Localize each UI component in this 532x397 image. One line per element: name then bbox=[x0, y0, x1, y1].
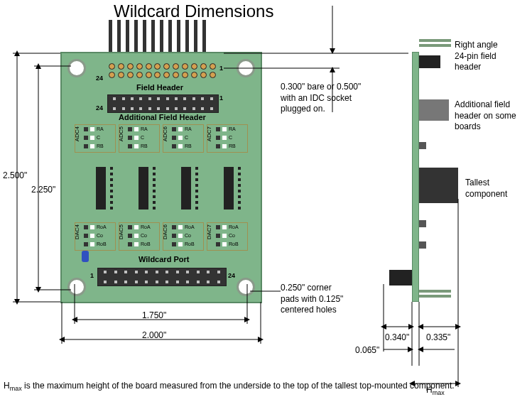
dim-width-inner: 1.750" bbox=[142, 310, 166, 320]
dim-height-inner: 2.250" bbox=[31, 185, 55, 195]
dip-chip bbox=[96, 167, 106, 210]
dac-group: DAC5RoACoRoB bbox=[119, 222, 160, 251]
side-small-comp bbox=[419, 241, 426, 249]
pin-label: 1 bbox=[219, 65, 223, 72]
side-bottom-header bbox=[389, 270, 412, 285]
pcb-top-view: 24 1 Field Header 24 1 Additional Field … bbox=[60, 52, 262, 303]
mounting-hole bbox=[237, 278, 255, 296]
callout-corner-pads: 0.250" corner pads with 0.125" centered … bbox=[281, 283, 343, 316]
mounting-hole bbox=[237, 59, 255, 77]
dim-side-back: 0.335" bbox=[426, 332, 450, 342]
dac-group: DAC6RoACoRoB bbox=[163, 222, 204, 251]
dac-row: DAC4RoACoRoBDAC5RoACoRoBDAC6RoACoRoBDAC7… bbox=[75, 222, 248, 251]
dim-side-board: 0.065" bbox=[355, 345, 379, 355]
pin-label: 24 bbox=[228, 272, 235, 279]
side-small-comp bbox=[419, 220, 426, 227]
adc-group: ADC7RACRB bbox=[207, 124, 248, 153]
dac-group: DAC7RoACoRoB bbox=[207, 222, 248, 251]
field-header-pins bbox=[109, 20, 206, 54]
wildcard-port-label: Wildcard Port bbox=[139, 255, 189, 263]
adc-group: ADC4RACRB bbox=[75, 124, 116, 153]
pin-label: 24 bbox=[96, 104, 103, 112]
callout-bare-socket: 0.300" bare or 0.500" with an IDC socket… bbox=[281, 82, 361, 115]
field-header-label: Field Header bbox=[136, 83, 183, 92]
mounting-hole bbox=[67, 278, 86, 296]
side-small-comp bbox=[419, 142, 426, 149]
addl-field-header-block bbox=[107, 94, 219, 113]
dim-width-outer: 2.000" bbox=[142, 330, 166, 340]
side-pin bbox=[419, 290, 451, 293]
dim-side-front: 0.340" bbox=[385, 332, 409, 342]
pin-label: 1 bbox=[219, 94, 223, 102]
callout-addl-field: Additional field header on some boards bbox=[455, 99, 516, 133]
field-header-block bbox=[107, 63, 217, 83]
dip-chip bbox=[224, 167, 234, 210]
pin-label: 1 bbox=[90, 272, 94, 279]
dip-chip bbox=[139, 167, 148, 210]
side-pin bbox=[419, 39, 451, 42]
side-pin bbox=[419, 44, 451, 47]
capacitor bbox=[82, 251, 89, 262]
pcb-side-view bbox=[412, 52, 419, 302]
callout-tallest: Tallest component bbox=[465, 178, 507, 200]
adc-group: ADC5RACRB bbox=[119, 124, 160, 153]
side-right-angle-hdr bbox=[419, 55, 440, 68]
pin-label: 24 bbox=[96, 75, 103, 82]
dip-chip bbox=[181, 167, 191, 210]
diagram-title: Wildcard Dimensions bbox=[114, 1, 273, 21]
callout-right-angle: Right angle 24-pin field header bbox=[455, 40, 498, 73]
side-addl-header bbox=[419, 99, 449, 121]
dim-height-outer: 2.500" bbox=[3, 170, 27, 180]
mounting-hole bbox=[67, 59, 86, 77]
footnote: Hmax is the maximum height of the board … bbox=[4, 381, 455, 393]
wildcard-port-block bbox=[97, 268, 227, 286]
adc-group: ADC6RACRB bbox=[163, 124, 204, 153]
side-tallest-component bbox=[419, 168, 458, 203]
adc-row: ADC4RACRBADC5RACRBADC6RACRBADC7RACRB bbox=[75, 124, 248, 153]
side-pin bbox=[419, 295, 451, 298]
dac-group: DAC4RoACoRoB bbox=[75, 222, 116, 251]
addl-field-header-label: Additional Field Header bbox=[119, 113, 206, 121]
